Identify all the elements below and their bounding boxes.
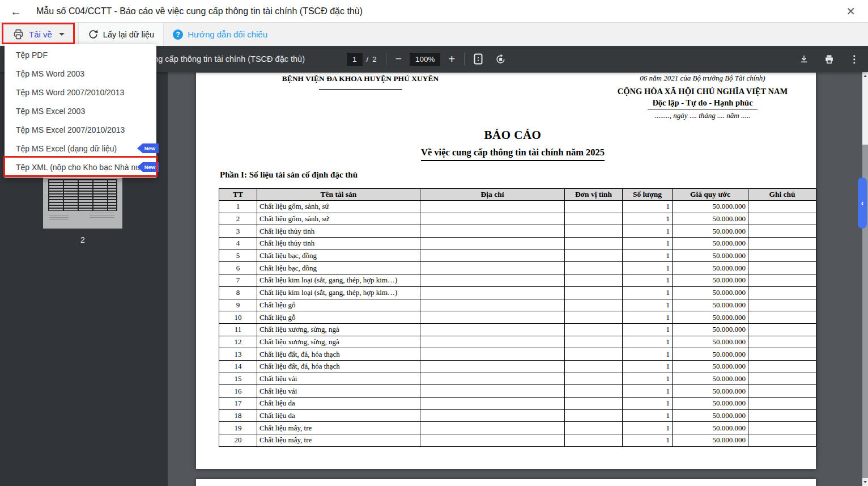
pdf-print-icon[interactable] <box>824 54 835 65</box>
table-cell <box>748 213 816 225</box>
toolbar-divider <box>386 53 386 65</box>
new-badge: New <box>137 143 159 153</box>
table-cell: 50.000.000 <box>673 238 748 250</box>
table-cell: 17 <box>219 398 257 410</box>
page-number-input[interactable]: 1 <box>347 53 363 66</box>
table-cell <box>420 323 565 336</box>
table-cell: 50.000.000 <box>673 323 748 336</box>
menu-item[interactable]: Tệp MS Excel (dạng dữ liệu)New <box>5 139 156 158</box>
table-cell: Chất liệu xương, sừng, ngà <box>257 336 420 348</box>
menu-item-label: Tệp XML (nộp cho Kho bạc Nhà nước) <box>16 163 152 172</box>
date-line: ........, ngày .... tháng .... năm ..... <box>609 111 796 120</box>
menu-item[interactable]: Tệp MS Word 2007/2010/2013 <box>5 83 156 102</box>
table-cell: Chất liệu vải <box>257 385 420 398</box>
menu-item[interactable]: Tệp MS Excel 2007/2010/2013 <box>5 120 156 139</box>
table-cell: 4 <box>219 238 257 250</box>
table-row: 12Chất liệu xương, sừng, ngà150.000.000 <box>219 336 816 348</box>
table-cell: 10 <box>219 311 257 324</box>
table-cell: 1 <box>623 409 673 422</box>
table-cell: Chất liệu gốm, sành, sứ <box>257 201 420 213</box>
table-cell: 50.000.000 <box>673 225 748 238</box>
table-cell: 50.000.000 <box>673 299 748 311</box>
table-cell: Chất liệu đất, đá, hóa thạch <box>257 360 420 373</box>
rotate-button[interactable] <box>495 54 506 65</box>
table-row: 16Chất liệu vải150.000.000 <box>219 385 816 398</box>
menu-item-label: Tệp MS Excel 2007/2010/2013 <box>16 125 125 134</box>
table-cell <box>420 434 565 447</box>
pdf-center-controls: 1 / 2 − 100% + <box>347 53 506 66</box>
chevron-down-icon <box>59 33 65 36</box>
menu-item-label: Tệp PDF <box>16 50 48 60</box>
refresh-button-label: Lấy lại dữ liệu <box>103 30 154 39</box>
thumbnail-page-2[interactable] <box>43 176 122 229</box>
table-cell: 3 <box>219 225 257 238</box>
refresh-data-button[interactable]: Lấy lại dữ liệu <box>78 23 164 46</box>
section-title: Phần I: Số liệu tài sản cố định đặc thù <box>220 170 358 180</box>
asset-table-header-row: TTTên tài sảnĐịa chỉĐơn vị tínhSố lượngG… <box>219 189 816 201</box>
table-cell <box>565 360 623 373</box>
close-icon[interactable]: ✕ <box>846 5 856 18</box>
table-header-cell: Số lượng <box>623 189 673 201</box>
scroll-down-button[interactable] <box>862 478 868 486</box>
more-options-icon[interactable]: ⋮ <box>849 53 859 65</box>
page-total: 2 <box>372 55 377 64</box>
panel-toggle-tab[interactable]: ‹ <box>858 178 867 229</box>
table-cell: 1 <box>623 201 673 213</box>
table-header-cell: Ghi chú <box>748 189 816 201</box>
table-cell <box>748 434 816 447</box>
zoom-level-input[interactable]: 100% <box>410 53 441 66</box>
scroll-up-button[interactable] <box>862 72 868 80</box>
table-cell: 1 <box>623 385 673 398</box>
table-cell <box>565 323 623 336</box>
table-cell: Chất liệu gỗ <box>257 311 420 324</box>
fit-to-page-button[interactable] <box>474 53 483 65</box>
table-row: 3Chất liệu thủy tinh150.000.000 <box>219 225 816 238</box>
menu-item[interactable]: Tệp MS Word 2003 <box>5 64 156 83</box>
table-cell: 6 <box>219 262 257 274</box>
menu-item[interactable]: Tệp XML (nộp cho Kho bạc Nhà nước)New <box>5 158 156 176</box>
table-cell <box>420 286 565 299</box>
zoom-out-button[interactable]: − <box>395 53 402 65</box>
refresh-icon <box>88 29 99 40</box>
table-header-cell: Tên tài sản <box>257 189 420 201</box>
table-cell: 1 <box>623 213 673 225</box>
download-menu-items: Tệp PDFTệp MS Word 2003Tệp MS Word 2007/… <box>5 45 156 176</box>
menu-item-label: Tệp MS Word 2007/2010/2013 <box>16 88 124 97</box>
vertical-scrollbar[interactable] <box>862 72 868 486</box>
table-cell: Chất liệu mây, tre <box>257 422 420 434</box>
table-cell <box>420 299 565 311</box>
menu-item[interactable]: Tệp MS Excel 2003 <box>5 102 156 120</box>
table-cell: 50.000.000 <box>673 373 748 385</box>
table-cell <box>748 422 816 434</box>
table-cell <box>420 238 565 250</box>
table-row: 10Chất liệu gỗ150.000.000 <box>219 311 816 324</box>
table-cell <box>748 311 816 324</box>
guide-link[interactable]: ? Hướng dẫn đối chiếu <box>164 23 276 46</box>
scrollbar-thumb[interactable] <box>862 80 868 145</box>
pdf-download-icon[interactable] <box>799 54 809 64</box>
table-cell: 50.000.000 <box>673 274 748 287</box>
table-cell: 11 <box>219 323 257 336</box>
table-cell <box>748 274 816 287</box>
table-header-cell: Đơn vị tính <box>565 189 623 201</box>
table-cell: 15 <box>219 373 257 385</box>
table-row: 13Chất liệu đất, đá, hóa thạch150.000.00… <box>219 348 816 361</box>
table-row: 1Chất liệu gốm, sành, sứ150.000.000 <box>219 201 816 213</box>
table-cell <box>565 373 623 385</box>
zoom-in-button[interactable]: + <box>448 53 455 66</box>
back-arrow-icon[interactable]: ← <box>10 6 22 17</box>
download-button[interactable]: Tải về <box>0 23 74 46</box>
table-cell <box>420 360 565 373</box>
table-cell <box>565 422 623 434</box>
table-row: 8Chất liệu kim loại (sắt, gang, thép, hợ… <box>219 286 816 299</box>
table-row: 2Chất liệu gốm, sành, sứ150.000.000 <box>219 213 816 225</box>
table-cell: 1 <box>623 336 673 348</box>
table-cell <box>565 201 623 213</box>
menu-item-label: Tệp MS Excel 2003 <box>16 107 85 116</box>
menu-item[interactable]: Tệp PDF <box>5 45 156 64</box>
asset-table-body: 1Chất liệu gốm, sành, sứ150.000.0002Chất… <box>219 201 816 447</box>
table-cell <box>420 274 565 287</box>
table-cell <box>565 348 623 361</box>
table-cell <box>420 385 565 398</box>
table-cell <box>565 311 623 324</box>
